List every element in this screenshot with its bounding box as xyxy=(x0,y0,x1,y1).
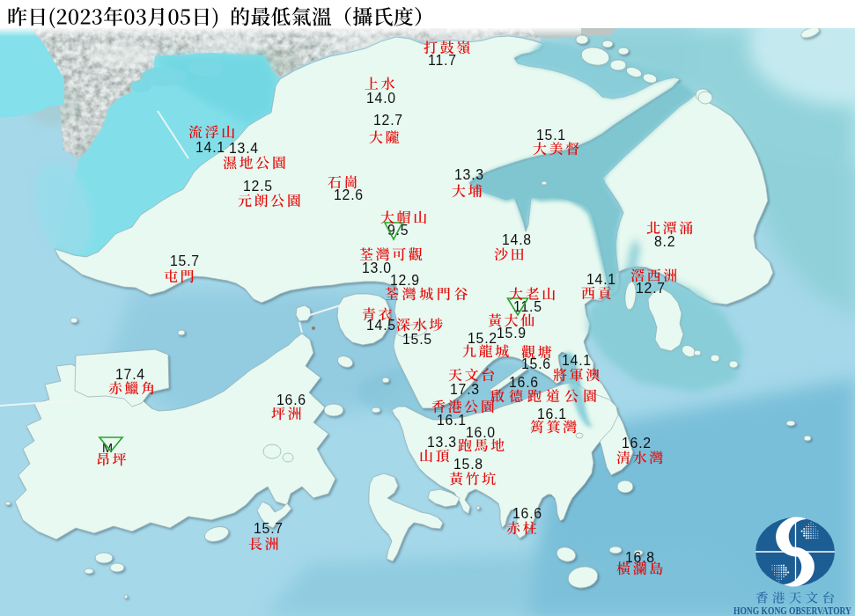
svg-text:8.2: 8.2 xyxy=(654,234,675,249)
svg-text:15.1: 15.1 xyxy=(536,128,566,143)
svg-text:17.3: 17.3 xyxy=(450,382,480,397)
svg-text:15.5: 15.5 xyxy=(402,332,432,347)
svg-text:13.4: 13.4 xyxy=(229,141,259,156)
svg-text:14.1: 14.1 xyxy=(195,140,225,155)
svg-text:12.5: 12.5 xyxy=(243,179,273,194)
svg-text:16.1: 16.1 xyxy=(537,407,567,422)
svg-text:16.0: 16.0 xyxy=(466,425,496,440)
svg-text:13.3: 13.3 xyxy=(454,167,484,182)
svg-text:14.8: 14.8 xyxy=(502,232,532,247)
svg-text:12.7: 12.7 xyxy=(636,281,666,296)
svg-text:11.5: 11.5 xyxy=(513,299,542,314)
svg-text:15.9: 15.9 xyxy=(497,326,527,341)
svg-text:14.0: 14.0 xyxy=(366,91,396,106)
svg-text:13.0: 13.0 xyxy=(362,260,392,275)
svg-text:12.7: 12.7 xyxy=(373,113,403,128)
svg-text:15.6: 15.6 xyxy=(521,356,551,371)
svg-text:15.7: 15.7 xyxy=(254,521,284,536)
svg-text:14.1: 14.1 xyxy=(562,353,592,368)
svg-text:14.5: 14.5 xyxy=(366,318,396,333)
svg-text:16.6: 16.6 xyxy=(276,392,306,407)
svg-text:16.1: 16.1 xyxy=(437,413,467,428)
svg-text:HONG KONG OBSERVATORY: HONG KONG OBSERVATORY xyxy=(733,605,851,616)
svg-text:11.7: 11.7 xyxy=(428,53,457,68)
svg-text:16.6: 16.6 xyxy=(512,506,542,521)
svg-text:13.3: 13.3 xyxy=(427,435,457,450)
svg-text:15.8: 15.8 xyxy=(453,457,483,472)
svg-text:16.2: 16.2 xyxy=(622,436,652,451)
svg-text:15.7: 15.7 xyxy=(170,253,200,268)
svg-text:15.2: 15.2 xyxy=(468,331,498,346)
svg-text:14.1: 14.1 xyxy=(586,272,616,287)
svg-text:12.6: 12.6 xyxy=(334,187,364,202)
svg-text:12.9: 12.9 xyxy=(390,273,420,288)
svg-text:16.6: 16.6 xyxy=(509,375,539,390)
svg-text:17.4: 17.4 xyxy=(115,367,145,382)
